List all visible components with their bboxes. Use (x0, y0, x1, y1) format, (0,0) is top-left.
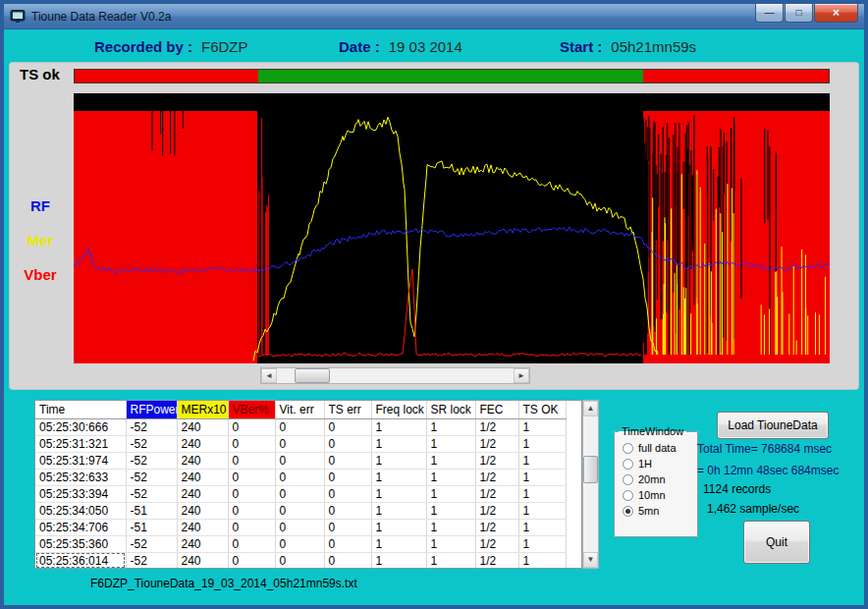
table-cell[interactable]: 240 (177, 435, 228, 452)
table-cell[interactable]: 1 (371, 469, 426, 485)
column-header-ts-ok[interactable]: TS OK (518, 401, 566, 418)
title-bar[interactable]: Tioune Data Reader V0.2a — □ × (4, 4, 864, 29)
table-cell[interactable]: 0 (228, 418, 275, 435)
table-row[interactable]: 05:25:34:706-51240000111/21 (35, 519, 566, 535)
table-cell[interactable]: 1 (518, 535, 566, 552)
table-cell[interactable]: 0 (275, 418, 324, 435)
table-cell[interactable]: 0 (228, 519, 275, 535)
table-cell[interactable]: 0 (228, 469, 275, 485)
table-cell[interactable]: 1 (371, 485, 426, 502)
table-cell[interactable]: 240 (177, 418, 228, 435)
table-cell[interactable]: 0 (324, 485, 371, 502)
table-cell[interactable]: 0 (228, 502, 275, 519)
table-cell[interactable]: 1 (518, 469, 566, 485)
table-cell[interactable]: 1 (518, 418, 566, 435)
table-cell[interactable]: 1 (518, 552, 566, 569)
table-cell[interactable]: 1 (518, 485, 566, 502)
table-cell[interactable]: 0 (324, 435, 371, 452)
table-cell[interactable]: 05:25:31:974 (35, 452, 126, 469)
quit-button[interactable]: Quit (743, 521, 810, 564)
table-cell[interactable]: 0 (228, 452, 275, 469)
table-cell[interactable]: 0 (275, 502, 324, 519)
table-cell[interactable]: 1 (426, 435, 475, 452)
column-header-vit-err[interactable]: Vit. err (275, 401, 324, 418)
table-cell[interactable]: 0 (324, 452, 371, 469)
table-cell[interactable]: 0 (275, 485, 324, 502)
table-cell[interactable]: 0 (275, 552, 324, 569)
scroll-down-button[interactable]: ▼ (583, 552, 598, 568)
table-cell[interactable]: 240 (177, 485, 228, 502)
table-cell[interactable]: 240 (177, 552, 228, 569)
table-cell[interactable]: 0 (275, 519, 324, 535)
table-cell[interactable]: 1 (426, 469, 475, 485)
table-cell[interactable]: 1/2 (475, 418, 518, 435)
table-cell[interactable]: 1 (371, 502, 426, 519)
radio-20mn[interactable]: 20mn (623, 473, 693, 485)
table-cell[interactable]: -51 (126, 502, 177, 519)
table-cell[interactable]: 1 (371, 452, 426, 469)
table-cell[interactable]: 05:25:34:050 (35, 502, 126, 519)
table-cell[interactable]: -52 (126, 452, 177, 469)
table-cell[interactable]: 1 (518, 519, 566, 535)
column-header-ts-err[interactable]: TS err (324, 401, 371, 418)
table-row[interactable]: 05:25:35:360-52240000111/21 (35, 535, 566, 552)
table-cell[interactable]: 0 (324, 519, 371, 535)
table-cell[interactable]: 0 (228, 485, 275, 502)
table-cell[interactable]: 0 (275, 435, 324, 452)
table-cell[interactable]: 240 (177, 502, 228, 519)
column-header-merx10[interactable]: MERx10 (177, 401, 228, 418)
table-cell[interactable]: 1 (371, 552, 426, 569)
table-cell[interactable]: -52 (126, 485, 177, 502)
table-cell[interactable]: 1 (426, 485, 475, 502)
table-cell[interactable]: 0 (228, 435, 275, 452)
v-scroll-thumb[interactable] (583, 456, 598, 483)
table-cell[interactable]: 1/2 (475, 485, 518, 502)
table-cell[interactable]: 0 (324, 502, 371, 519)
v-scroll-track[interactable] (583, 416, 598, 552)
table-row[interactable]: 05:25:31:321-52240000111/21 (35, 435, 566, 452)
column-header-vber[interactable]: VBer% (228, 401, 275, 418)
close-button[interactable]: × (814, 4, 858, 23)
column-header-sr-lock[interactable]: SR lock (426, 401, 475, 418)
table-cell[interactable]: -52 (126, 535, 177, 552)
table-cell[interactable]: 1 (426, 502, 475, 519)
h-scroll-thumb[interactable] (295, 368, 330, 383)
table-cell[interactable]: 1 (426, 452, 475, 469)
scroll-right-button[interactable]: ► (514, 368, 529, 383)
table-cell[interactable]: 05:25:35:360 (35, 535, 126, 552)
v-scrollbar[interactable]: ▲ ▼ (582, 400, 599, 569)
radio-1h[interactable]: 1H (623, 458, 693, 470)
table-cell[interactable]: 05:25:36:014 (35, 552, 126, 569)
table-cell[interactable]: 1/2 (475, 469, 518, 485)
column-header-time[interactable]: Time (35, 401, 126, 418)
table-cell[interactable]: 1 (426, 418, 475, 435)
radio-5mn[interactable]: 5mn (623, 505, 693, 517)
table-cell[interactable]: 1/2 (475, 435, 518, 452)
table-cell[interactable]: 1/2 (475, 519, 518, 535)
table-cell[interactable]: 0 (275, 452, 324, 469)
table-cell[interactable]: 05:25:33:394 (35, 485, 126, 502)
h-scroll-track[interactable] (277, 368, 514, 383)
column-header-freq-lock[interactable]: Freq lock (371, 401, 426, 418)
table-cell[interactable]: 0 (324, 552, 371, 569)
table-cell[interactable]: -52 (126, 552, 177, 569)
table-cell[interactable]: 0 (228, 552, 275, 569)
column-header-rfpower[interactable]: RFPower (126, 401, 177, 418)
maximize-button[interactable]: □ (785, 4, 813, 23)
table-cell[interactable]: 1 (426, 552, 475, 569)
table-cell[interactable]: 1 (518, 435, 566, 452)
radio-full-data[interactable]: full data (623, 442, 693, 454)
table-cell[interactable]: 05:25:32:633 (35, 469, 126, 485)
table-cell[interactable]: 0 (324, 535, 371, 552)
table-row[interactable]: 05:25:36:014-52240000111/21 (35, 552, 566, 569)
table-cell[interactable]: 1/2 (475, 552, 518, 569)
table-cell[interactable]: 240 (177, 469, 228, 485)
scroll-up-button[interactable]: ▲ (583, 401, 598, 416)
table-row[interactable]: 05:25:34:050-51240000111/21 (35, 502, 566, 519)
table-cell[interactable]: 05:25:34:706 (35, 519, 126, 535)
table-cell[interactable]: 1/2 (475, 502, 518, 519)
table-cell[interactable]: 1/2 (475, 535, 518, 552)
table-row[interactable]: 05:25:32:633-52240000111/21 (35, 469, 566, 485)
scroll-left-button[interactable]: ◄ (261, 368, 277, 383)
table-row[interactable]: 05:25:31:974-52240000111/21 (35, 452, 566, 469)
